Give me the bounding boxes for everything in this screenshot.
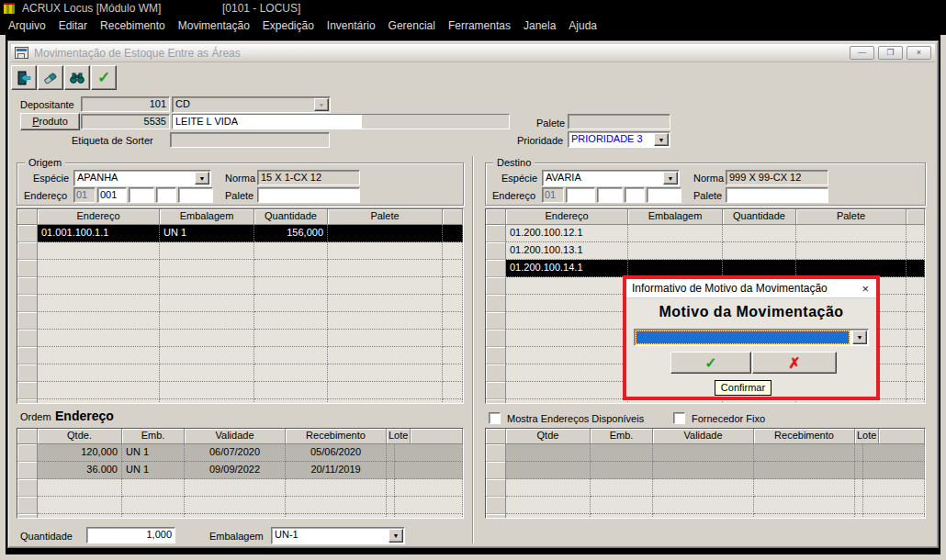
table-cell[interactable]	[38, 277, 160, 295]
table-cell[interactable]	[286, 497, 387, 514]
table-cell[interactable]	[653, 462, 754, 479]
table-cell[interactable]	[754, 444, 855, 462]
table-cell[interactable]: 36.000	[38, 462, 122, 479]
prioridade-combo[interactable]: PRIORIDADE 3 ▼	[568, 131, 670, 148]
menu-item[interactable]: Janela	[517, 17, 562, 34]
table-cell[interactable]	[38, 364, 160, 382]
row-selector[interactable]	[486, 497, 506, 514]
table-cell[interactable]: UN 1	[122, 444, 185, 462]
column-header[interactable]: Endereço	[506, 209, 628, 225]
table-cell[interactable]	[506, 382, 628, 399]
origem-endereco-segment[interactable]	[129, 187, 154, 203]
chevron-down-icon[interactable]: ▼	[314, 98, 329, 111]
table-cell[interactable]	[328, 242, 443, 260]
column-header[interactable]: Palete	[796, 209, 907, 225]
table-cell[interactable]	[254, 312, 328, 330]
row-selector[interactable]	[486, 242, 506, 260]
table-cell[interactable]	[185, 514, 286, 519]
table-cell[interactable]	[38, 330, 160, 347]
row-selector[interactable]	[17, 295, 38, 312]
table-cell[interactable]	[628, 242, 723, 260]
palete-field[interactable]	[568, 114, 670, 129]
table-row[interactable]	[17, 295, 463, 312]
chevron-down-icon[interactable]: ▼	[654, 133, 669, 146]
menu-item[interactable]: Expedição	[256, 17, 321, 34]
table-cell[interactable]: 05/06/2020	[286, 444, 387, 462]
table-row[interactable]: 01.200.100.12.1	[486, 225, 925, 242]
table-cell[interactable]	[254, 382, 328, 399]
row-selector[interactable]	[17, 347, 38, 364]
table-cell[interactable]	[160, 260, 254, 277]
row-selector[interactable]	[17, 330, 38, 347]
menu-item[interactable]: Inventário	[321, 17, 382, 34]
table-row[interactable]	[486, 479, 925, 497]
exit-button[interactable]	[11, 65, 37, 90]
table-cell[interactable]	[160, 242, 254, 260]
table-cell[interactable]	[506, 399, 628, 404]
destino-endereco-segment[interactable]	[625, 187, 645, 203]
search-button[interactable]	[64, 65, 90, 90]
column-header[interactable]: Recebimento	[754, 429, 855, 444]
table-cell[interactable]	[185, 479, 286, 497]
table-cell[interactable]	[387, 444, 395, 462]
table-cell[interactable]	[160, 382, 254, 399]
table-cell[interactable]	[387, 479, 395, 497]
row-selector[interactable]	[17, 242, 38, 260]
table-cell[interactable]	[855, 479, 863, 497]
table-row[interactable]	[17, 514, 463, 519]
produto-code-field[interactable]: 5535	[81, 114, 170, 129]
table-cell[interactable]	[754, 462, 855, 479]
table-row[interactable]	[17, 399, 463, 404]
table-cell[interactable]	[328, 277, 443, 295]
origem-endereco-segment[interactable]	[156, 187, 176, 203]
table-cell[interactable]	[38, 242, 160, 260]
column-header[interactable]: Endereço	[38, 209, 160, 225]
table-row[interactable]	[17, 347, 463, 364]
table-cell[interactable]	[387, 462, 395, 479]
table-cell[interactable]	[628, 225, 723, 242]
table-row[interactable]	[17, 479, 463, 497]
menu-item[interactable]: Ferramentas	[442, 17, 517, 34]
table-cell[interactable]	[160, 364, 254, 382]
row-selector[interactable]	[486, 462, 506, 479]
table-cell[interactable]: 01.200.100.14.1	[506, 260, 628, 277]
column-header[interactable]: Quantidade	[254, 209, 328, 225]
table-cell[interactable]	[591, 479, 653, 497]
column-header[interactable]: Lote	[855, 429, 879, 444]
table-cell[interactable]	[723, 242, 796, 260]
origem-especie-combo[interactable]: APANHA ▼	[73, 170, 211, 186]
table-cell[interactable]	[506, 444, 591, 462]
chevron-down-icon[interactable]: ▼	[389, 529, 403, 543]
chevron-down-icon[interactable]: ▼	[663, 172, 678, 185]
table-row[interactable]	[17, 382, 463, 399]
table-cell[interactable]	[328, 260, 443, 277]
etiqueta-sorter-field[interactable]	[170, 132, 330, 148]
table-cell[interactable]	[591, 497, 653, 514]
table-cell[interactable]	[160, 347, 254, 364]
column-header[interactable]: Emb.	[591, 429, 653, 444]
table-cell[interactable]	[653, 514, 754, 519]
table-cell[interactable]	[855, 514, 863, 519]
table-row[interactable]: 01.200.100.13.1	[486, 242, 925, 260]
table-cell[interactable]: 09/09/2022	[185, 462, 286, 479]
table-cell[interactable]	[254, 260, 328, 277]
row-selector[interactable]	[486, 225, 506, 242]
menu-item[interactable]: Arquivo	[2, 17, 52, 34]
row-selector[interactable]	[17, 382, 38, 399]
table-cell[interactable]	[328, 225, 443, 242]
table-cell[interactable]	[506, 312, 628, 330]
table-cell[interactable]	[38, 260, 160, 277]
close-button[interactable]: ×	[907, 46, 931, 60]
table-cell[interactable]: UN 1	[122, 462, 185, 479]
column-header[interactable]: Embalagem	[160, 209, 254, 225]
row-selector[interactable]	[17, 312, 38, 330]
row-selector[interactable]	[17, 479, 38, 497]
table-cell[interactable]	[286, 479, 387, 497]
row-selector[interactable]	[17, 497, 38, 514]
table-cell[interactable]	[387, 514, 395, 519]
menu-item[interactable]: Editar	[52, 17, 94, 34]
table-cell[interactable]	[38, 312, 160, 330]
clear-button[interactable]	[38, 65, 63, 90]
table-cell[interactable]	[387, 497, 395, 514]
row-selector[interactable]	[486, 364, 506, 382]
